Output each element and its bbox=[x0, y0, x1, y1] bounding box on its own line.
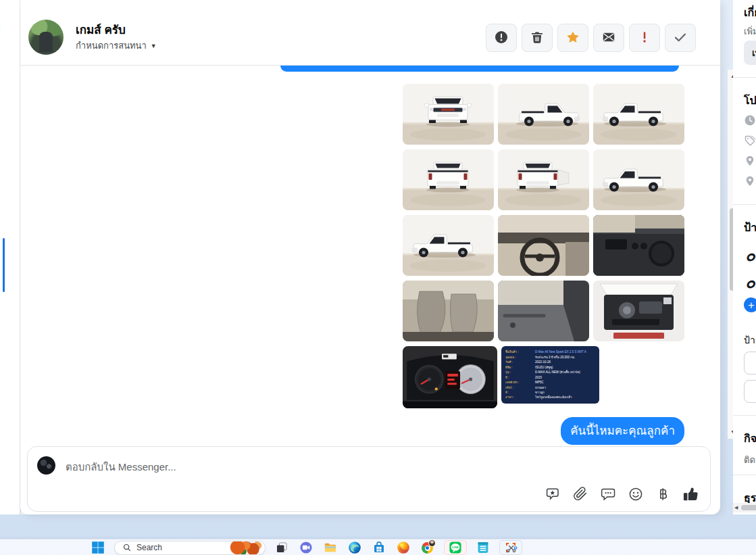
photo-truck-side-full[interactable] bbox=[403, 215, 494, 276]
profile-section-title: โปรไฟล์ bbox=[744, 92, 756, 109]
taskbar-icons: Search LINE bbox=[90, 539, 522, 555]
spec-row: สาขาโชว์รูมรถมือสองพระนั่งเกล้า bbox=[505, 395, 595, 400]
photo-truck-front-quarter[interactable] bbox=[498, 84, 589, 145]
labels-section-title: ป้ายกำกับ bbox=[744, 219, 756, 236]
reply-input[interactable]: ตอบกลับใน Messenger... bbox=[66, 459, 176, 475]
photo-vehicle-spec-card[interactable]: ชื่อสินค้าD-Max All New Spark EX 2.5 S 6… bbox=[501, 346, 599, 404]
thumbs-up-icon bbox=[682, 485, 701, 506]
photo-engine-bay[interactable] bbox=[593, 281, 684, 341]
activity-hint: ติดต่อครั้งแรก bbox=[744, 453, 756, 467]
task-view-taskbar-button[interactable] bbox=[274, 540, 290, 555]
reply-composer[interactable]: ตอบกลับใน Messenger... bbox=[27, 446, 711, 512]
comment-dots-icon bbox=[600, 486, 616, 504]
photo-truck-rear[interactable] bbox=[403, 149, 494, 210]
pinned-apps: LINE bbox=[274, 540, 522, 555]
photo-interior-door[interactable] bbox=[498, 281, 589, 341]
page-avatar bbox=[37, 456, 55, 475]
spec-row: จุดเด่นรับประกัน 3 ปี หรือ 20,000 กม. bbox=[505, 354, 595, 359]
label-chip[interactable]: ๐๖ bbox=[745, 269, 756, 295]
envelope-icon bbox=[601, 30, 616, 47]
conversation-schedule-dropdown[interactable]: กำหนดการสนทนา ▼ bbox=[76, 39, 157, 53]
divider bbox=[733, 415, 756, 416]
emoji-icon bbox=[628, 486, 644, 504]
exclamation-icon bbox=[637, 30, 652, 47]
suggested-label-chip[interactable] bbox=[744, 352, 756, 375]
activity-section-title: กิจกรรม bbox=[744, 430, 756, 447]
notes-taskbar-button[interactable] bbox=[475, 540, 491, 555]
search-highlight-image[interactable] bbox=[228, 541, 263, 554]
add-label-button[interactable]: + bbox=[744, 297, 756, 312]
like-button[interactable] bbox=[683, 487, 699, 503]
spec-row: ชื่อสินค้าD-Max All New Spark EX 2.5 S 6… bbox=[505, 349, 595, 354]
sticker-button[interactable] bbox=[545, 487, 561, 503]
tags-icon bbox=[744, 135, 756, 147]
line-taskbar-button[interactable]: LINE bbox=[444, 540, 467, 555]
file-explorer-taskbar-button[interactable] bbox=[322, 540, 338, 555]
clock-icon bbox=[744, 114, 756, 126]
edge-taskbar-button[interactable] bbox=[347, 540, 363, 555]
windows-taskbar: Search LINE bbox=[0, 539, 756, 555]
contact-details-panel: เกี่ยวกับ เพิ่มรายละเอียด เพิ่มข้อมูล โป… bbox=[733, 0, 756, 514]
mark-unread-button[interactable] bbox=[593, 24, 624, 52]
chrome-taskbar-button[interactable] bbox=[420, 540, 436, 555]
label-chip[interactable]: ๐๘ bbox=[745, 242, 756, 268]
start-button[interactable] bbox=[90, 540, 106, 555]
chevron-down-icon: ▼ bbox=[151, 43, 157, 49]
profile-items: เวลาท้องถิ่นหมวดหมู่ที่อยู่จังหวัด bbox=[744, 114, 756, 188]
message-thread: ชื่อสินค้าD-Max All New Spark EX 2.5 S 6… bbox=[20, 66, 720, 443]
svg-text:LINE: LINE bbox=[452, 546, 459, 549]
snipping-tool-taskbar-button[interactable] bbox=[499, 540, 522, 555]
outgoing-message-bubble-partial[interactable] bbox=[280, 66, 679, 72]
spec-row: เลขตัวถังMP5C bbox=[505, 380, 595, 385]
taskbar-search[interactable]: Search bbox=[114, 541, 266, 555]
about-section-title: เกี่ยวกับ bbox=[744, 4, 756, 21]
divider bbox=[733, 204, 756, 205]
photo-truck-rear-angle[interactable] bbox=[498, 149, 589, 210]
header-action-buttons bbox=[486, 24, 696, 52]
alert-circle-icon bbox=[494, 30, 509, 47]
chat-window: เกมส์ ครับ กำหนดการสนทนา ▼ ชื่อสินค้าD-M… bbox=[20, 0, 720, 514]
star-icon bbox=[565, 30, 580, 47]
pin-icon bbox=[744, 175, 756, 187]
photo-interior-steering[interactable] bbox=[498, 215, 589, 276]
profile-item-local-time: เวลาท้องถิ่น bbox=[744, 114, 756, 127]
profile-item-category: หมวดหมู่ bbox=[744, 134, 756, 147]
about-hint: เพิ่มรายละเอียด bbox=[744, 24, 756, 39]
paperclip-icon bbox=[572, 486, 588, 504]
teams-chat-taskbar-button[interactable] bbox=[298, 540, 314, 555]
spec-row: สีขาวมุก bbox=[505, 390, 595, 395]
delete-button[interactable] bbox=[522, 24, 553, 52]
mark-done-button[interactable] bbox=[665, 24, 696, 52]
mark-important-button[interactable] bbox=[629, 24, 660, 52]
saved-replies-button[interactable] bbox=[600, 487, 616, 503]
search-placeholder: Search bbox=[136, 543, 222, 552]
report-button[interactable] bbox=[486, 24, 517, 52]
attach-button[interactable] bbox=[572, 487, 588, 503]
suggested-label-chip[interactable] bbox=[744, 380, 756, 403]
firefox-taskbar-button[interactable] bbox=[395, 540, 411, 555]
photo-truck-front[interactable] bbox=[403, 84, 494, 145]
add-details-button[interactable]: เพิ่มข้อมูล bbox=[744, 41, 756, 65]
photo-truck-side-left[interactable] bbox=[593, 149, 684, 210]
schedule-label: กำหนดการสนทนา bbox=[76, 39, 147, 53]
horizontal-scrollbar[interactable]: ◀ bbox=[733, 503, 756, 512]
divider bbox=[733, 475, 756, 475]
photo-truck-rear-quarter[interactable] bbox=[593, 84, 684, 145]
labels-hint: ป้ายที่แนะนำ bbox=[744, 333, 756, 347]
scrollbar-thumb[interactable] bbox=[741, 505, 756, 510]
contact-avatar[interactable] bbox=[28, 20, 64, 55]
emoji-button[interactable] bbox=[628, 487, 644, 503]
profile-item-address: ที่อยู่ bbox=[744, 154, 756, 168]
store-taskbar-button[interactable] bbox=[371, 540, 387, 555]
outgoing-message-bubble[interactable]: คันนี้ไหมคะคุณลูกค้า bbox=[561, 417, 684, 445]
spec-row: ยี่ห้อISUZU (อีซูซุ) bbox=[505, 364, 595, 369]
scroll-left-arrow-icon[interactable]: ◀ bbox=[734, 505, 738, 510]
photo-interior-dash[interactable] bbox=[593, 215, 684, 276]
photo-interior-seat[interactable] bbox=[403, 281, 494, 341]
photo-gauge-cluster[interactable] bbox=[403, 346, 497, 408]
profile-item-city: จังหวัด bbox=[744, 174, 756, 188]
search-icon bbox=[123, 544, 131, 552]
star-button[interactable] bbox=[557, 24, 588, 52]
selected-conversation-indicator bbox=[3, 238, 5, 292]
payment-button[interactable] bbox=[655, 487, 672, 503]
